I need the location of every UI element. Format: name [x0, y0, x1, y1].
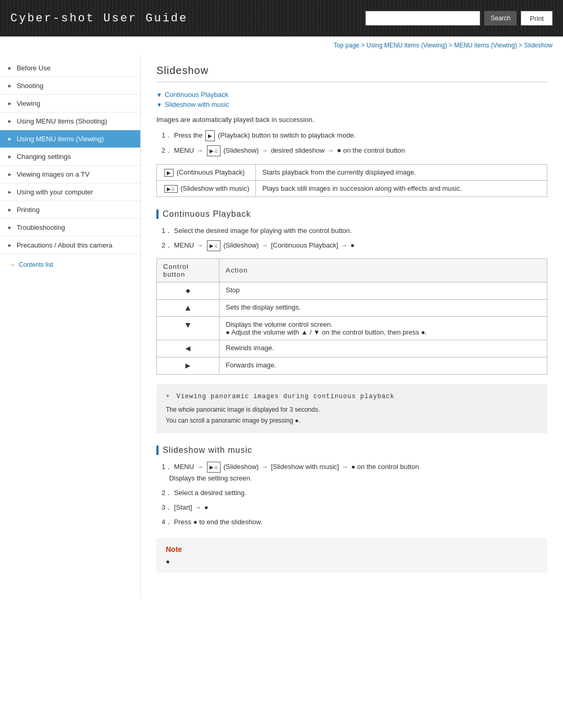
playback-icon: ▶ — [205, 130, 215, 141]
sidebar-item-label: Shooting — [17, 82, 43, 90]
table-row: ▶♫ (Slideshow with music) Plays back sti… — [157, 180, 547, 196]
arrow-icon: ► — [7, 118, 13, 124]
print-button[interactable]: Print — [521, 11, 553, 26]
action-cell: Forwards image. — [219, 357, 547, 374]
toc-link-continuous-playback[interactable]: ▼ Continuous Playback — [156, 91, 547, 98]
sidebar-item-label: Changing settings — [17, 153, 71, 161]
sidebar-item-label: Troubleshooting — [17, 224, 65, 231]
page-title: Slideshow — [156, 65, 547, 82]
feature-desc: Plays back still images in succession al… — [256, 180, 547, 196]
action-cell: Displays the volume control screen. ● Ad… — [219, 316, 547, 340]
sidebar-item-viewing-tv[interactable]: ► Viewing images on a TV — [0, 166, 140, 183]
table-row: ▼ Displays the volume control screen. ● … — [157, 316, 547, 340]
site-title: Cyber-shot User Guide — [10, 12, 188, 25]
arrow-right-icon: → — [262, 242, 268, 249]
sidebar-item-shooting[interactable]: ► Shooting — [0, 77, 140, 95]
step-num: 2． — [162, 146, 172, 154]
step-num: 2． — [162, 489, 172, 497]
toc-label: Continuous Playback — [165, 91, 228, 98]
step-text: Press ● to end the slideshow. — [174, 518, 263, 526]
arrow-right-icon: → — [328, 147, 334, 154]
action-cell: Sets the display settings. — [219, 299, 547, 316]
table-row: ▶ (Continuous Playback) Starts playback … — [157, 164, 547, 180]
toc-section: ▼ Continuous Playback ▼ Slideshow with m… — [156, 91, 547, 108]
step-2: 2． MENU → ▶♫ (Slideshow) → desired slide… — [162, 144, 547, 157]
col-header-control: Control button — [157, 258, 219, 282]
contents-list-label: Contents list — [19, 261, 53, 268]
cp-step-2: 2． MENU → ▶♫ (Slideshow) → [Continuous P… — [162, 240, 547, 251]
step-num: 1． — [162, 131, 172, 139]
arrow-icon: ► — [7, 101, 13, 106]
step-num: 1． — [162, 463, 172, 471]
control-btn-cell: ▼ — [157, 316, 219, 340]
sidebar-item-printing[interactable]: ► Printing — [0, 201, 140, 219]
breadcrumb-using-menu-viewing[interactable]: Using MENU items (Viewing) — [366, 42, 447, 49]
sidebar-item-label: Using MENU items (Shooting) — [17, 117, 107, 125]
arrow-icon: ► — [7, 154, 13, 159]
tip-box: ☀ Viewing panoramic images during contin… — [156, 384, 547, 433]
breadcrumb: Top page > Using MENU items (Viewing) > … — [0, 36, 563, 54]
step-text: Select the desired image for playing wit… — [174, 227, 352, 235]
breadcrumb-current: Slideshow — [524, 42, 553, 49]
step-num: 3． — [162, 503, 172, 511]
table-row: ► Forwards image. — [157, 357, 547, 374]
header-controls: Search Print — [365, 11, 553, 26]
arrow-right-icon: → — [197, 463, 203, 471]
sidebar-item-using-computer[interactable]: ► Using with your computer — [0, 183, 140, 201]
sidebar-item-label: Printing — [17, 206, 40, 214]
breadcrumb-top[interactable]: Top page — [334, 42, 359, 49]
arrow-icon: ► — [7, 171, 13, 177]
note-box: Note ● — [156, 538, 547, 573]
arrow-right-icon: → — [262, 463, 268, 471]
arrow-icon: ► — [7, 225, 13, 230]
table-row: ● Stop — [157, 282, 547, 299]
control-btn-cell: ◄ — [157, 340, 219, 357]
table-row: ▲ Sets the display settings. — [157, 299, 547, 316]
arrow-right-icon: → — [197, 242, 203, 249]
intro-text: Images are automatically played back in … — [156, 115, 547, 126]
sidebar-item-label: Viewing — [17, 100, 40, 107]
sidebar-item-viewing[interactable]: ► Viewing — [0, 95, 140, 113]
arrow-icon: ► — [7, 83, 13, 89]
continuous-playback-title: Continuous Playback — [156, 209, 547, 219]
arrow-icon: ► — [7, 242, 13, 248]
sidebar-item-changing-settings[interactable]: ► Changing settings — [0, 148, 140, 166]
sidebar-item-precautions[interactable]: ► Precautions / About this camera — [0, 237, 140, 254]
triangle-icon: ▼ — [156, 92, 162, 98]
slideshow-icon: ▶♫ — [207, 145, 221, 156]
feature-desc: Starts playback from the currently displ… — [256, 164, 547, 180]
breadcrumb-menu-items-viewing[interactable]: MENU items (Viewing) — [454, 42, 517, 49]
tip-title-text: Viewing panoramic images during continuo… — [176, 393, 394, 400]
sidebar-item-label: Using MENU items (Viewing) — [17, 135, 104, 143]
action-cell: Stop — [219, 282, 547, 299]
arrow-right-icon: → — [197, 147, 203, 154]
arrow-icon: ► — [7, 65, 13, 71]
feature-icon-cell: ▶♫ (Slideshow with music) — [157, 180, 256, 196]
note-bullet: ● — [166, 558, 538, 565]
sidebar-item-using-menu-viewing[interactable]: ► Using MENU items (Viewing) — [0, 130, 140, 148]
content-area: Slideshow ▼ Continuous Playback ▼ Slides… — [141, 54, 563, 598]
feature-label: (Slideshow with music) — [180, 184, 249, 192]
sidebar: ► Before Use ► Shooting ► Viewing ► Usin… — [0, 54, 141, 598]
sidebar-item-label: Using with your computer — [17, 188, 93, 196]
arrow-icon: ► — [7, 136, 13, 142]
search-button[interactable]: Search — [484, 11, 517, 26]
step-text: MENU → ▶♫ (Slideshow) → desired slidesho… — [174, 146, 405, 154]
contents-list-link[interactable]: → Contents list — [0, 254, 140, 275]
sidebar-item-using-menu-shooting[interactable]: ► Using MENU items (Shooting) — [0, 113, 140, 130]
header: Cyber-shot User Guide Search Print — [0, 0, 563, 36]
slideshow-icon: ▶♫ — [207, 240, 221, 251]
slideshow-icon: ▶♫ — [164, 185, 178, 193]
step-text: Select a desired setting. — [174, 489, 247, 497]
arrow-icon: ► — [7, 189, 13, 195]
sm-step-4: 4． Press ● to end the slideshow. — [162, 516, 547, 528]
note-title: Note — [166, 545, 538, 553]
control-btn-cell: ► — [157, 357, 219, 374]
toc-link-slideshow-music[interactable]: ▼ Slideshow with music — [156, 101, 547, 108]
tip-icon: ☀ — [166, 393, 170, 400]
search-input[interactable] — [365, 11, 480, 26]
sidebar-item-troubleshooting[interactable]: ► Troubleshooting — [0, 219, 140, 237]
step-1: 1． Press the ▶ (Playback) button to swit… — [162, 130, 547, 141]
triangle-icon: ▼ — [156, 102, 162, 108]
sidebar-item-before-use[interactable]: ► Before Use — [0, 59, 140, 77]
